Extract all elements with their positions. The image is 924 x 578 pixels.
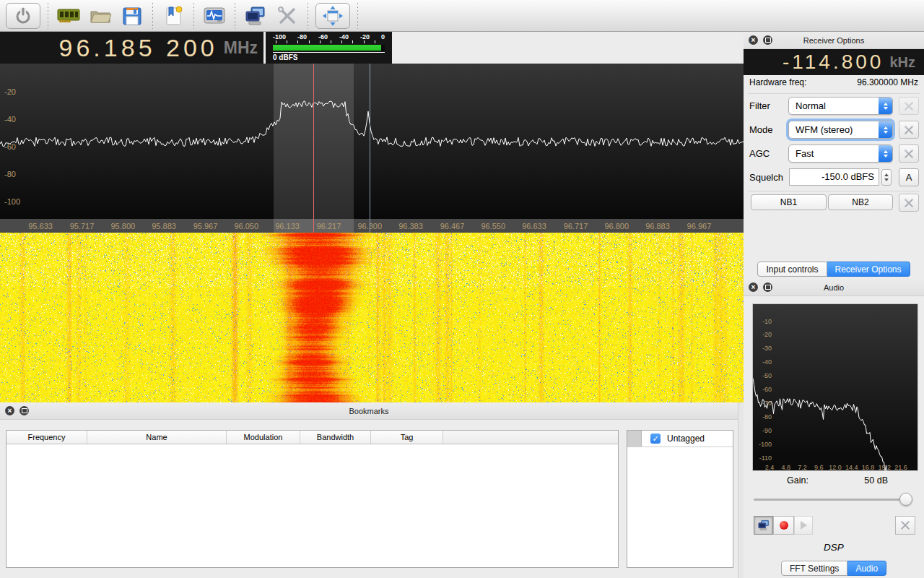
meter-scale-labels: -100-80-60-40-200 bbox=[273, 33, 385, 40]
gain-label: Gain: bbox=[787, 475, 808, 486]
audio-db-tick: -110 bbox=[756, 454, 772, 462]
audio-fft-display[interactable]: -10-20-30-40-50-60-70-80-90-100-110 2.44… bbox=[752, 303, 918, 471]
frequency-display[interactable]: 96.185 200 MHz bbox=[0, 32, 263, 64]
agc-options-button[interactable] bbox=[899, 144, 919, 163]
meter-bar-frame bbox=[273, 45, 385, 51]
wrench-icon bbox=[903, 197, 915, 209]
audio-db-tick: -70 bbox=[756, 400, 772, 407]
column-header-tag[interactable]: Tag bbox=[371, 431, 443, 444]
bookmark-tags-list[interactable]: ✓Untagged bbox=[627, 430, 733, 568]
toolbar-separator bbox=[357, 3, 358, 29]
dsp-button[interactable] bbox=[199, 2, 230, 30]
tag-color-swatch bbox=[627, 431, 642, 447]
db-tick-label: -60 bbox=[4, 142, 16, 151]
freq-tick-label: 95.633 bbox=[28, 222, 53, 230]
filter-combo[interactable]: Normal bbox=[788, 97, 893, 115]
nb1-button[interactable]: NB1 bbox=[751, 194, 827, 210]
offset-frequency-display[interactable]: -114.800 kHz bbox=[744, 49, 924, 75]
agc-combo[interactable]: Fast bbox=[788, 144, 893, 163]
auto-squelch-button[interactable]: A bbox=[899, 168, 919, 186]
bookmarks-title: Bookmarks bbox=[0, 407, 738, 415]
dsp-label: DSP bbox=[744, 542, 924, 553]
offset-digits[interactable]: -114.800 bbox=[783, 51, 884, 74]
mode-combo[interactable]: WFM (stereo) bbox=[788, 121, 893, 139]
nb-options-button[interactable] bbox=[899, 194, 919, 212]
signal-level-meter: -100-80-60-40-200 0 dBFS bbox=[266, 32, 392, 64]
audio-fft-trace bbox=[753, 304, 918, 470]
column-header-frequency[interactable]: Frequency bbox=[6, 431, 87, 444]
column-header-name[interactable]: Name bbox=[87, 431, 227, 444]
fullscreen-button[interactable] bbox=[315, 3, 350, 29]
tab-audio[interactable]: Audio bbox=[847, 561, 886, 576]
audio-db-tick: -60 bbox=[756, 386, 772, 393]
tab-fft-settings[interactable]: FFT Settings bbox=[781, 561, 847, 576]
meter-tick-label: -60 bbox=[318, 33, 328, 40]
offset-unit: kHz bbox=[889, 54, 915, 71]
audio-db-tick: -20 bbox=[756, 331, 772, 338]
separator bbox=[748, 191, 920, 191]
db-tick-label: -40 bbox=[4, 115, 16, 124]
freq-tick-label: 95.967 bbox=[193, 222, 218, 230]
tag-list-item[interactable]: ✓Untagged bbox=[627, 431, 733, 447]
squelch-spinner[interactable] bbox=[881, 169, 892, 186]
open-folder-icon bbox=[87, 5, 113, 27]
freq-tick-label: 96.467 bbox=[440, 222, 465, 230]
tuned-frequency-line[interactable] bbox=[313, 64, 314, 233]
tag-checkbox[interactable]: ✓ bbox=[650, 434, 661, 444]
combo-arrows-icon bbox=[879, 145, 892, 162]
audio-freq-tick: 19.2 bbox=[878, 464, 891, 471]
column-header-modulation[interactable]: Modulation bbox=[227, 431, 300, 444]
receiver-options-title: Receiver Options bbox=[744, 36, 924, 45]
meter-ticks bbox=[276, 40, 382, 43]
bookmarks-titlebar: Bookmarks × bbox=[0, 402, 738, 420]
mode-options-button[interactable] bbox=[899, 121, 919, 139]
meter-caption: 0 dBFS bbox=[273, 53, 385, 61]
gain-slider-track[interactable] bbox=[754, 499, 911, 501]
db-tick-label: -20 bbox=[4, 87, 16, 96]
column-header-bandwidth[interactable]: Bandwidth bbox=[300, 431, 371, 444]
toolbar-separator bbox=[152, 3, 153, 29]
audio-play-button bbox=[794, 516, 813, 535]
gain-slider-thumb[interactable] bbox=[899, 493, 912, 506]
right-panel: Receiver Options × -114.800 kHz Hardware… bbox=[744, 32, 924, 578]
io-card-icon bbox=[56, 5, 82, 27]
tools-button[interactable] bbox=[271, 2, 303, 30]
play-icon bbox=[801, 521, 807, 530]
tab-receiver-options[interactable]: Receiver Options bbox=[827, 262, 910, 277]
spectrum-plot[interactable]: -20-40-60-80-100 95.63395.71795.80095.88… bbox=[0, 64, 744, 233]
meter-underline bbox=[273, 52, 385, 53]
column-header-filler bbox=[443, 431, 618, 444]
freq-tick-label: 96.633 bbox=[522, 222, 546, 230]
tab-input-controls[interactable]: Input controls bbox=[757, 262, 827, 277]
filter-options-button bbox=[899, 97, 919, 115]
nb2-button[interactable]: NB2 bbox=[828, 194, 893, 210]
frequency-digits[interactable]: 96.185 200 bbox=[59, 34, 218, 62]
freq-tick-label: 95.800 bbox=[110, 222, 135, 230]
combo-arrows-icon bbox=[879, 121, 892, 138]
wrench-screwdriver-icon bbox=[275, 4, 300, 27]
squelch-input[interactable]: -150.0 dBFS bbox=[789, 168, 879, 186]
open-file-button[interactable] bbox=[84, 2, 116, 30]
audio-options-button[interactable] bbox=[895, 516, 915, 535]
toolbar bbox=[0, 0, 924, 32]
hardware-freq-label: Hardware freq: bbox=[749, 77, 806, 87]
db-tick-label: -100 bbox=[4, 197, 20, 206]
bookmarks-button[interactable] bbox=[157, 2, 189, 30]
save-file-button[interactable] bbox=[116, 2, 148, 30]
audio-udp-button[interactable] bbox=[754, 516, 773, 535]
power-button[interactable] bbox=[6, 3, 40, 29]
remote-control-button[interactable] bbox=[240, 2, 271, 30]
io-devices-button[interactable] bbox=[53, 2, 84, 30]
audio-freq-tick: 2.4 bbox=[765, 464, 775, 471]
gain-slider[interactable] bbox=[754, 493, 912, 507]
waterfall-display[interactable] bbox=[0, 233, 744, 402]
mode-label: Mode bbox=[749, 124, 773, 135]
audio-record-button[interactable] bbox=[773, 516, 794, 535]
audio-db-tick: -30 bbox=[756, 345, 772, 352]
bookmarks-table[interactable]: FrequencyNameModulationBandwidthTag bbox=[6, 430, 619, 568]
computers-icon bbox=[757, 519, 771, 532]
freq-tick-label: 96.717 bbox=[564, 222, 588, 230]
computers-icon bbox=[243, 4, 269, 27]
squelch-row: Squelch -150.0 dBFS A bbox=[744, 168, 924, 187]
floppy-icon bbox=[120, 5, 144, 27]
